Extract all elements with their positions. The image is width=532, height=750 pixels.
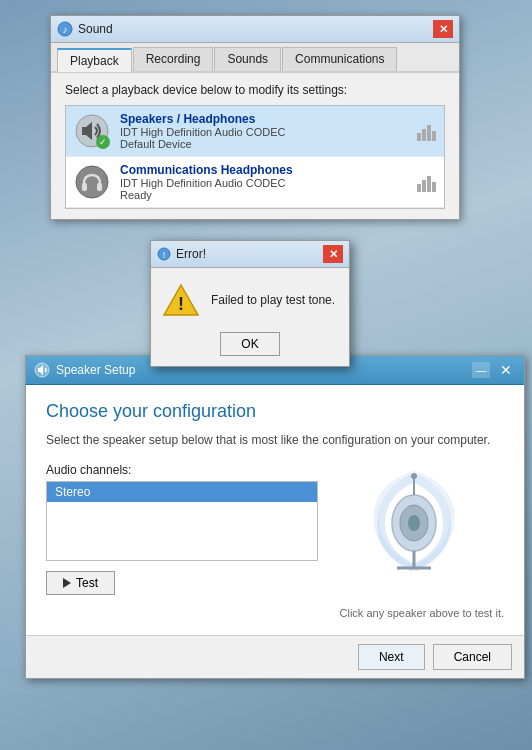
speaker-diagram-svg[interactable]	[337, 468, 492, 598]
speakers-name: Speakers / Headphones	[120, 112, 407, 126]
svg-text:!: !	[163, 250, 166, 260]
headphones-codec: IDT High Definition Audio CODEC	[120, 177, 407, 189]
svg-point-15	[408, 515, 420, 531]
speaker-setup-dialog: Speaker Setup — ✕ Choose your configurat…	[25, 355, 525, 679]
headphones-level-bars	[417, 172, 436, 192]
error-dialog-body: ! Failed to play test tone. OK	[151, 268, 349, 366]
sound-dialog-title: Sound	[78, 22, 113, 36]
error-message: Failed to play test tone.	[211, 293, 335, 307]
test-button[interactable]: Test	[46, 571, 115, 595]
sound-dialog-body: Select a playback device below to modify…	[51, 73, 459, 219]
error-content: ! Failed to play test tone.	[163, 282, 337, 318]
error-dialog-close-button[interactable]: ✕	[323, 245, 343, 263]
svg-rect-5	[82, 183, 87, 191]
svg-text:♪: ♪	[63, 24, 68, 35]
headphones-name: Communications Headphones	[120, 163, 407, 177]
svg-text:!: !	[178, 294, 184, 314]
warning-triangle-icon: !	[163, 282, 199, 318]
speaker-diagram	[334, 463, 494, 603]
sound-dialog-close-button[interactable]: ✕	[433, 20, 453, 38]
sound-dialog-titlebar: ♪ Sound ✕	[51, 16, 459, 43]
headphones-info: Communications Headphones IDT High Defin…	[120, 163, 407, 201]
tab-recording[interactable]: Recording	[133, 47, 214, 71]
headphones-icon	[74, 164, 110, 200]
tab-sounds[interactable]: Sounds	[214, 47, 281, 71]
error-dialog-icon: !	[157, 247, 171, 261]
speaker-setup-body: Choose your configuration Select the spe…	[26, 385, 524, 635]
error-dialog-titlebar: ! Error! ✕	[151, 241, 349, 268]
speaker-setup-close-button[interactable]: ✕	[496, 361, 516, 379]
headphones-icon-container	[74, 164, 110, 200]
sound-icon: ♪	[57, 21, 73, 37]
setup-right-panel: Click any speaker above to test it.	[334, 463, 504, 619]
headphones-status: Ready	[120, 189, 407, 201]
setup-main-content: Audio channels: Stereo Test	[46, 463, 504, 619]
speaker-setup-minimize-button[interactable]: —	[472, 362, 490, 378]
setup-heading: Choose your configuration	[46, 401, 504, 422]
cancel-button[interactable]: Cancel	[433, 644, 512, 670]
speaker-setup-title: Speaker Setup	[56, 363, 135, 377]
speaker-setup-footer: Next Cancel	[26, 635, 524, 678]
tab-playback[interactable]: Playback	[57, 48, 132, 72]
error-dialog: ! Error! ✕ ! Failed to play test tone. O…	[150, 240, 350, 367]
channel-item-stereo[interactable]: Stereo	[47, 482, 317, 502]
svg-rect-6	[97, 183, 102, 191]
test-label: Test	[76, 576, 98, 590]
tab-communications[interactable]: Communications	[282, 47, 397, 71]
device-item-headphones[interactable]: Communications Headphones IDT High Defin…	[66, 157, 444, 208]
default-check-icon: ✓	[96, 135, 110, 149]
setup-left-panel: Audio channels: Stereo Test	[46, 463, 318, 619]
speakers-status: Default Device	[120, 138, 407, 150]
svg-point-4	[76, 166, 108, 198]
device-list: ✓ Speakers / Headphones IDT High Definit…	[65, 105, 445, 209]
sound-dialog-tabs: Playback Recording Sounds Communications	[51, 43, 459, 73]
speakers-info: Speakers / Headphones IDT High Definitio…	[120, 112, 407, 150]
setup-description: Select the speaker setup below that is m…	[46, 432, 504, 449]
error-ok-button[interactable]: OK	[220, 332, 280, 356]
sound-dialog-description: Select a playback device below to modify…	[65, 83, 445, 97]
device-item-speakers[interactable]: ✓ Speakers / Headphones IDT High Definit…	[66, 106, 444, 157]
speakers-codec: IDT High Definition Audio CODEC	[120, 126, 407, 138]
next-button[interactable]: Next	[358, 644, 425, 670]
channel-list: Stereo	[46, 481, 318, 561]
speakers-icon-container: ✓	[74, 113, 110, 149]
play-icon	[63, 578, 71, 588]
sound-dialog: ♪ Sound ✕ Playback Recording Sounds Comm…	[50, 15, 460, 220]
error-dialog-buttons: OK	[163, 332, 337, 356]
speaker-setup-icon	[34, 362, 50, 378]
speakers-level-bars	[417, 121, 436, 141]
svg-point-19	[411, 473, 417, 479]
audio-channels-label: Audio channels:	[46, 463, 318, 477]
error-dialog-title: Error!	[176, 247, 206, 261]
click-hint: Click any speaker above to test it.	[334, 607, 504, 619]
